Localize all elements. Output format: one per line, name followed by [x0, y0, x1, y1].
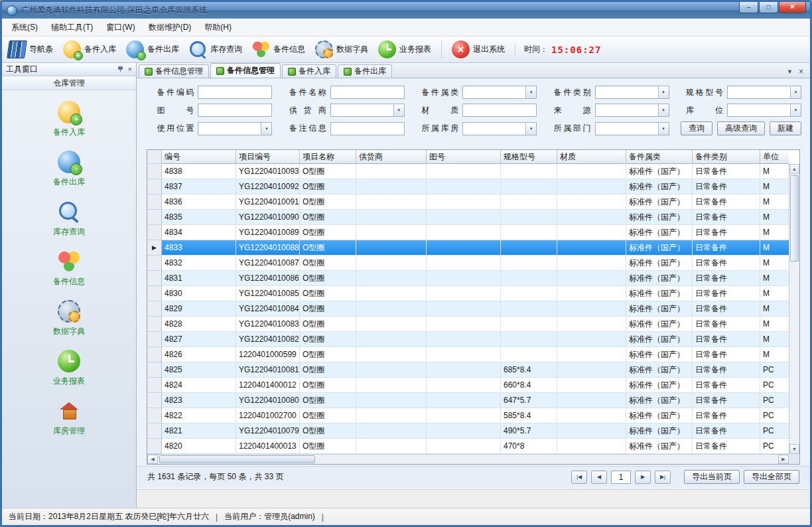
column-header[interactable]: 编号 [162, 150, 236, 164]
toolbar-button-data-dict[interactable]: 数据字典 [315, 40, 368, 58]
column-header[interactable]: 规格型号 [501, 150, 557, 164]
export-all-pages-button[interactable]: 导出全部页 [744, 470, 799, 484]
vertical-scroll-thumb[interactable] [790, 175, 799, 262]
sidebar-item-parts-out[interactable]: 备件出库 [2, 149, 136, 189]
tab-close-icon[interactable]: × [799, 68, 803, 75]
toolbar-button-parts-out[interactable]: 备件出库 [126, 40, 179, 58]
field-input[interactable] [198, 86, 272, 99]
dropdown-arrow-icon[interactable]: ▼ [393, 104, 404, 116]
field-input[interactable]: ▼ [198, 122, 272, 135]
horizontal-scroll-thumb[interactable] [159, 455, 315, 463]
column-header[interactable]: 供货商 [356, 150, 427, 164]
sidebar-item-parts-info[interactable]: 备件信息 [2, 249, 136, 289]
column-header[interactable]: 图号 [427, 150, 501, 164]
horizontal-scrollbar[interactable]: ◀ ▶ [147, 454, 789, 464]
vertical-scrollbar[interactable]: ▲ ▼ [789, 164, 799, 454]
toolbar-button-parts-info[interactable]: 备件信息 [252, 40, 305, 58]
dropdown-arrow-icon[interactable]: ▼ [658, 123, 669, 135]
scroll-right-icon[interactable]: ▶ [778, 455, 789, 464]
last-page-button[interactable]: ▶| [655, 471, 671, 484]
sidebar-item-parts-in[interactable]: 备件入库 [2, 100, 136, 139]
prev-page-button[interactable]: ◀ [591, 471, 607, 484]
dropdown-arrow-icon[interactable]: ▼ [658, 104, 669, 116]
table-row[interactable]: 4820 1220401400013 O型圈 470*8 标准件（国产） 日常备… [147, 439, 789, 454]
field-input[interactable]: ▼ [595, 104, 669, 117]
tab-4[interactable]: 备件出库 [338, 64, 392, 78]
column-header[interactable]: 备件属类 [626, 150, 693, 164]
field-input[interactable]: ▼ [727, 86, 801, 99]
field-input[interactable]: ▼ [595, 86, 669, 99]
first-page-button[interactable]: |◀ [571, 471, 587, 484]
menu-item-3[interactable]: 窗口(W) [100, 19, 141, 36]
menu-item-5[interactable]: 帮助(H) [198, 19, 238, 36]
column-header[interactable]: 项目编号 [236, 150, 300, 164]
field-input[interactable] [330, 86, 405, 99]
column-header[interactable]: 材质 [557, 150, 626, 164]
minimize-button[interactable]: – [739, 2, 758, 13]
close-button[interactable]: × [779, 2, 806, 13]
table-row[interactable]: 4824 1220401400012 O型圈 660*8.4 标准件（国产） 日… [147, 378, 789, 393]
sidebar-item-report[interactable]: 业务报表 [2, 348, 136, 388]
tab-1[interactable]: 备件信息管理 [139, 64, 209, 78]
table-row[interactable]: ▶ 4833 YG12204010088 O型圈 标准件（国产） 日常备件 [147, 240, 789, 256]
table-row[interactable]: 4834 YG12204010089 O型圈 标准件（国产） 日常备件 M [147, 225, 789, 240]
column-header[interactable]: 项目名称 [300, 150, 356, 164]
toolbar-button-report[interactable]: 业务报表 [378, 40, 431, 58]
sidebar-item-inventory-query[interactable]: 库存查询 [2, 199, 136, 239]
field-input[interactable] [198, 104, 272, 117]
toolbar-button-parts-in[interactable]: 备件入库 [63, 40, 116, 58]
dropdown-arrow-icon[interactable]: ▼ [790, 86, 801, 98]
table-row[interactable]: 4821 YG12204010079 O型圈 490*5.7 标准件（国产） 日… [147, 423, 789, 439]
maximize-button[interactable]: □ [759, 2, 778, 13]
panel-close-icon[interactable]: × [128, 66, 132, 73]
menu-item-2[interactable]: 辅助工具(T) [44, 19, 100, 36]
toolbar-button-inventory-query[interactable]: 库存查询 [189, 40, 242, 58]
tab-list-dropdown-icon[interactable]: ▼ [787, 68, 793, 75]
dropdown-arrow-icon[interactable]: ▼ [261, 123, 271, 135]
table-row[interactable]: 4830 YG12204010085 O型圈 标准件（国产） 日常备件 M [147, 286, 789, 301]
sidebar-item-data-dict[interactable]: 数据字典 [2, 299, 136, 339]
pin-icon[interactable] [117, 66, 123, 73]
export-current-page-button[interactable]: 导出当前页 [684, 470, 740, 484]
table-row[interactable]: 4832 YG12204010087 O型圈 标准件（国产） 日常备件 M [147, 256, 789, 271]
dropdown-arrow-icon[interactable]: ▼ [525, 123, 536, 135]
table-row[interactable]: 4825 YG12204010081 O型圈 685*8.4 标准件（国产） 日… [147, 362, 789, 378]
table-row[interactable]: 4829 YG12204010084 O型圈 标准件（国产） 日常备件 M [147, 301, 789, 317]
table-row[interactable]: 4822 1220401002700 O型圈 585*8.4 标准件（国产） 日… [147, 408, 789, 423]
table-row[interactable]: 4838 YG12204010093 O型圈 标准件（国产） 日常备件 M [147, 164, 789, 179]
menu-item-4[interactable]: 数据维护(D) [142, 19, 198, 36]
table-row[interactable]: 4835 YG12204010090 O型圈 标准件（国产） 日常备件 M [147, 210, 789, 225]
dropdown-arrow-icon[interactable]: ▼ [790, 104, 801, 116]
query-button[interactable]: 查询 [681, 121, 712, 135]
dropdown-arrow-icon[interactable]: ▼ [658, 86, 669, 98]
dropdown-arrow-icon[interactable]: ▼ [525, 86, 536, 98]
tab-2[interactable]: 备件信息管理 [210, 63, 281, 78]
field-input[interactable] [462, 104, 537, 117]
table-row[interactable]: 4828 YG12204010083 O型圈 标准件（国产） 日常备件 M [147, 317, 789, 332]
table-row[interactable]: 4827 YG12204010082 O型圈 标准件（国产） 日常备件 M [147, 332, 789, 347]
field-input[interactable] [330, 122, 405, 135]
toolbar-button-exit[interactable]: 退出系统 [441, 40, 505, 58]
column-header[interactable]: 备件类别 [693, 150, 760, 164]
menu-item-1[interactable]: 系统(S) [5, 19, 44, 36]
table-row[interactable]: 4826 1220401000599 O型圈 标准件（国产） 日常备件 M [147, 347, 789, 362]
page-number-input[interactable]: 1 [611, 471, 631, 484]
new-button[interactable]: 新建 [770, 121, 801, 135]
field-input[interactable]: ▼ [727, 104, 801, 117]
column-header[interactable]: 单位 [760, 150, 789, 164]
scroll-down-icon[interactable]: ▼ [789, 444, 799, 454]
field-input[interactable]: ▼ [330, 104, 405, 117]
field-input[interactable]: ▼ [595, 122, 669, 135]
scroll-up-icon[interactable]: ▲ [789, 164, 799, 174]
advanced-query-button[interactable]: 高级查询 [717, 121, 765, 135]
toolbar-button-navbar[interactable]: 导航条 [8, 40, 53, 58]
next-page-button[interactable]: ▶ [635, 471, 651, 484]
scroll-left-icon[interactable]: ◀ [147, 455, 158, 464]
sidebar-item-warehouse[interactable]: 库房管理 [2, 398, 136, 438]
table-row[interactable]: 4823 YG12204010080 O型圈 647*5.7 标准件（国产） 日… [147, 393, 789, 408]
table-row[interactable]: 4831 YG12204010086 O型圈 标准件（国产） 日常备件 M [147, 271, 789, 286]
field-input[interactable]: ▼ [462, 122, 537, 135]
table-row[interactable]: 4836 YG12204010091 O型圈 标准件（国产） 日常备件 M [147, 194, 789, 210]
field-input[interactable]: ▼ [462, 86, 537, 99]
tab-3[interactable]: 备件入库 [282, 64, 336, 78]
